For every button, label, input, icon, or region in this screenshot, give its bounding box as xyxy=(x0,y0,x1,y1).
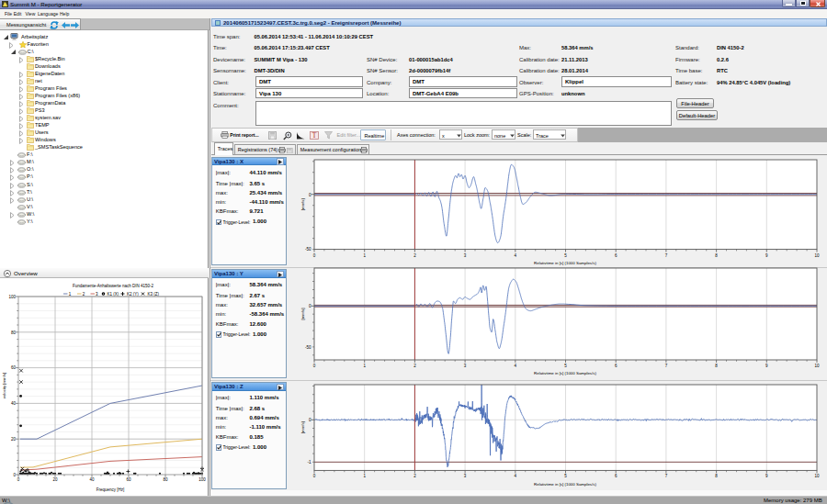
svg-text:1: 1 xyxy=(69,292,72,297)
svg-text:3: 3 xyxy=(96,292,98,297)
svg-text:40: 40 xyxy=(89,477,95,482)
svg-text:100: 100 xyxy=(8,295,16,299)
svg-text:20: 20 xyxy=(11,437,17,442)
svg-text:K3 (Z): K3 (Z) xyxy=(148,292,160,297)
svg-text:60: 60 xyxy=(126,477,131,482)
svg-text:0: 0 xyxy=(17,477,20,482)
svg-text:T: T xyxy=(312,131,317,140)
svg-text:0: 0 xyxy=(13,473,16,477)
svg-text:2: 2 xyxy=(83,292,85,297)
svg-text:Fundamente-Anhaltswerte nach D: Fundamente-Anhaltswerte nach DIN 4150-2 xyxy=(73,284,154,288)
svg-text:Frequency [Hz]: Frequency [Hz] xyxy=(96,487,125,492)
svg-text:K2 (Y): K2 (Y) xyxy=(127,292,139,297)
svg-text:60: 60 xyxy=(11,365,17,370)
svg-text:40: 40 xyxy=(11,401,17,406)
svg-text:20: 20 xyxy=(52,477,58,482)
svg-text:80: 80 xyxy=(163,477,168,482)
svg-text:K1 (X): K1 (X) xyxy=(107,292,119,297)
svg-text:velocity [mm/s]: velocity [mm/s] xyxy=(2,373,6,398)
svg-text:100: 100 xyxy=(198,477,206,482)
svg-text:80: 80 xyxy=(11,330,17,335)
